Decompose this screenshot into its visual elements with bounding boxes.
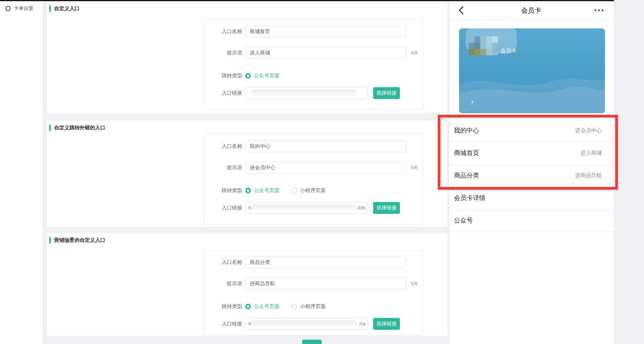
- preview-header: 会员卡: [449, 1, 614, 20]
- blurred-logo-mosaic: [469, 36, 498, 55]
- form-row-entry-name: 入口名称: [204, 140, 423, 152]
- tip-label: 提示语: [204, 47, 242, 59]
- choose-link-button[interactable]: 选择链接: [373, 202, 400, 214]
- tip-input[interactable]: [245, 47, 406, 59]
- tip-input[interactable]: [245, 162, 406, 174]
- form-row-entry-link: 入口链接 h /ca 选择链接: [204, 318, 423, 330]
- form-row-tip: 提示语 5/6: [204, 278, 423, 290]
- form-row-entry-link: 入口链接 h #/m 选择链接: [204, 202, 423, 214]
- form-panel: 入口名称 提示语 5/6 跳转类型 公众号页面 小程序页面 入口链接: [203, 134, 423, 224]
- jump-type-radio-group: 公众号页面 小程序页面: [245, 187, 326, 194]
- menu-item-label: 商城首页: [454, 149, 479, 157]
- radio-circle-icon: [6, 6, 11, 11]
- entry-link-input[interactable]: [245, 318, 368, 330]
- radio-option-label[interactable]: 公众号页面: [254, 303, 280, 310]
- radio-selected-icon[interactable]: [245, 73, 251, 79]
- entry-name-label: 入口名称: [204, 140, 242, 152]
- mobile-preview-panel: 会员卡 会员卡 7 我的中心: [448, 1, 614, 344]
- jump-type-label: 跳转类型: [204, 72, 242, 80]
- jump-type-label: 跳转类型: [204, 187, 242, 194]
- char-counter: 4/6: [411, 47, 418, 59]
- preview-menu-item[interactable]: 公众号: [449, 209, 614, 232]
- save-button-partial[interactable]: [302, 340, 322, 344]
- entry-link-field: h #/m: [245, 202, 368, 214]
- entry-name-label: 入口名称: [204, 26, 242, 37]
- menu-item-tip: 进入商城: [581, 150, 602, 157]
- form-row-tip: 提示语 5/6: [204, 162, 423, 174]
- char-counter: 5/6: [411, 162, 418, 174]
- tip-label: 提示语: [204, 162, 242, 174]
- radio-option-label[interactable]: 小程序页面: [300, 187, 326, 194]
- radio-unselected-icon[interactable]: [291, 188, 297, 193]
- preview-menu-item[interactable]: 商品分类 进商品导航: [449, 165, 614, 187]
- form-row-jump-type: 跳转类型 公众号页面: [204, 72, 423, 80]
- form-row-jump-type: 跳转类型 公众号页面 小程序页面: [204, 187, 423, 194]
- jump-type-label: 跳转类型: [204, 303, 242, 310]
- more-icon[interactable]: [595, 9, 603, 11]
- menu-item-label: 公众号: [454, 217, 473, 225]
- section-custom-entry: 自定义入口 入口名称 提示语 4/6 跳转类型 公众号页面 入口链接: [47, 1, 448, 114]
- form-row-entry-name: 入口名称: [204, 256, 423, 268]
- jump-type-radio-group: 公众号页面 小程序页面: [245, 303, 326, 310]
- preview-menu: 我的中心 进会员中心 商城首页 进入商城 商品分类 进商品导航 会员卡详情 公众…: [449, 120, 614, 232]
- radio-option-label[interactable]: 公众号页面: [254, 72, 280, 79]
- preview-menu-item[interactable]: 我的中心 进会员中心: [449, 120, 614, 142]
- entry-link-field: [245, 87, 368, 99]
- menu-item-tip: 进会员中心: [575, 127, 602, 134]
- card-wave-decoration: [459, 70, 605, 113]
- section-title: 营销场景的自定义入口: [54, 236, 105, 244]
- preview-menu-item[interactable]: 会员卡详情: [449, 187, 614, 209]
- tip-label: 提示语: [204, 278, 242, 290]
- choose-link-button[interactable]: 选择链接: [373, 318, 400, 330]
- entry-name-label: 入口名称: [204, 256, 242, 268]
- radio-option-label[interactable]: 公众号页面: [254, 187, 280, 194]
- entry-name-input[interactable]: [245, 256, 406, 268]
- entry-name-input[interactable]: [245, 26, 406, 37]
- menu-item-label: 我的中心: [454, 127, 479, 135]
- form-row-jump-type: 跳转类型 公众号页面 小程序页面: [204, 303, 423, 310]
- form-panel: 入口名称 提示语 4/6 跳转类型 公众号页面 入口链接 选择链接: [203, 19, 423, 110]
- entry-link-input[interactable]: [245, 87, 368, 99]
- section-accent-bar: [49, 6, 51, 12]
- entry-link-field: h /ca: [245, 318, 368, 330]
- entry-link-label: 入口链接: [204, 87, 242, 99]
- form-row-entry-name: 入口名称: [204, 26, 423, 37]
- tip-input[interactable]: [245, 278, 406, 290]
- menu-item-tip: 进商品导航: [575, 172, 602, 179]
- radio-option-label[interactable]: 小程序页面: [300, 303, 326, 310]
- entry-link-input[interactable]: [245, 202, 368, 214]
- char-counter: 5/6: [411, 278, 418, 290]
- entry-name-input[interactable]: [245, 140, 406, 152]
- preview-title: 会员卡: [449, 1, 614, 20]
- sidebar-item-label: 卡券设置: [14, 5, 34, 12]
- section-custom-external-link-entry: 自定义跳转外链的入口 入口名称 提示语 5/6 跳转类型 公众号页面 小程序页面…: [47, 120, 448, 227]
- left-sidebar: 卡券设置: [0, 1, 43, 344]
- section-marketing-custom-entry: 营销场景的自定义入口 入口名称 提示语 5/6 跳转类型 公众号页面 小程序页面…: [47, 233, 448, 336]
- choose-link-button[interactable]: 选择链接: [373, 87, 400, 99]
- radio-unselected-icon[interactable]: [291, 304, 297, 309]
- radio-selected-icon[interactable]: [245, 188, 251, 193]
- radio-selected-icon[interactable]: [245, 304, 251, 309]
- card-title: 会员卡: [500, 47, 517, 54]
- section-accent-bar: [49, 125, 51, 131]
- menu-item-label: 商品分类: [454, 172, 479, 180]
- form-row-entry-link: 入口链接 选择链接: [204, 87, 423, 99]
- section-title: 自定义跳转外链的入口: [54, 124, 105, 132]
- form-panel: 入口名称 提示语 5/6 跳转类型 公众号页面 小程序页面 入口链接: [203, 250, 423, 335]
- entry-link-label: 入口链接: [204, 202, 242, 214]
- preview-menu-item[interactable]: 商城首页 进入商城: [449, 142, 614, 165]
- form-row-tip: 提示语 4/6: [204, 47, 423, 59]
- section-accent-bar: [49, 237, 51, 243]
- sidebar-item-card-settings[interactable]: 卡券设置: [6, 5, 34, 12]
- membership-card: 会员卡 7: [459, 28, 605, 113]
- entry-link-label: 入口链接: [204, 318, 242, 330]
- menu-item-label: 会员卡详情: [454, 194, 485, 202]
- section-title: 自定义入口: [54, 5, 80, 13]
- jump-type-radio-group: 公众号页面: [245, 72, 280, 80]
